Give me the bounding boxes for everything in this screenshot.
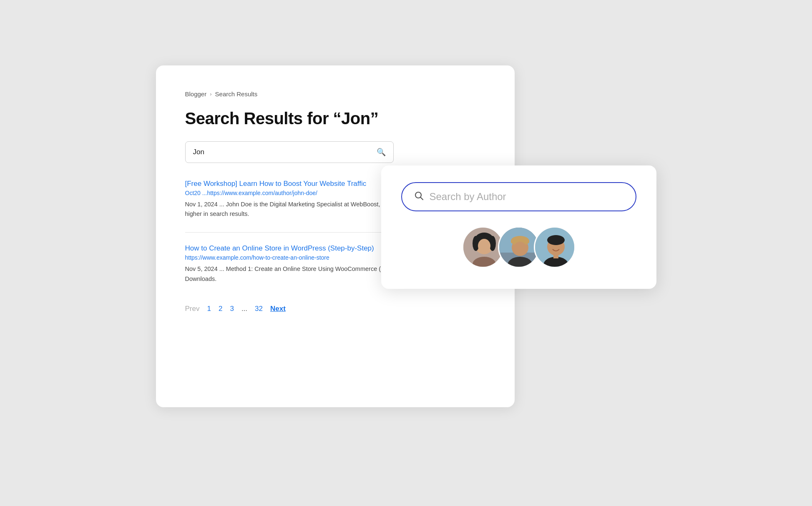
prev-button[interactable]: Prev bbox=[185, 305, 200, 313]
svg-line-1 bbox=[420, 198, 423, 200]
avatar-row bbox=[401, 226, 636, 268]
author-avatar-3 bbox=[534, 226, 576, 268]
page-2-button[interactable]: 2 bbox=[219, 305, 222, 313]
breadcrumb-separator: › bbox=[210, 91, 211, 97]
svg-point-15 bbox=[513, 242, 527, 255]
svg-point-20 bbox=[547, 235, 565, 245]
page-title: Search Results for “Jon” bbox=[185, 109, 485, 128]
scene: Blogger › Search Results Search Results … bbox=[156, 65, 656, 441]
breadcrumb: Blogger › Search Results bbox=[185, 90, 485, 98]
author-search-icon bbox=[414, 190, 424, 203]
page-last-button[interactable]: 32 bbox=[255, 305, 263, 313]
next-button[interactable]: Next bbox=[270, 305, 286, 313]
svg-point-8 bbox=[478, 239, 490, 253]
author-search-container[interactable]: Search by Author bbox=[401, 182, 636, 211]
breadcrumb-current: Search Results bbox=[215, 90, 258, 98]
author-avatar-1 bbox=[462, 226, 504, 268]
search-container: 🔍 bbox=[185, 141, 394, 163]
author-avatar-2 bbox=[498, 226, 540, 268]
svg-point-7 bbox=[489, 236, 496, 251]
page-1-button[interactable]: 1 bbox=[207, 305, 211, 313]
search-icon: 🔍 bbox=[377, 148, 386, 157]
search-input[interactable] bbox=[193, 148, 377, 156]
svg-point-6 bbox=[473, 236, 479, 251]
breadcrumb-home[interactable]: Blogger bbox=[185, 90, 207, 98]
page-3-button[interactable]: 3 bbox=[230, 305, 234, 313]
pagination-ellipsis: ... bbox=[241, 305, 247, 313]
author-card: Search by Author bbox=[381, 165, 656, 289]
pagination: Prev 1 2 3 ... 32 Next bbox=[185, 305, 485, 313]
author-search-placeholder: Search by Author bbox=[430, 191, 506, 203]
